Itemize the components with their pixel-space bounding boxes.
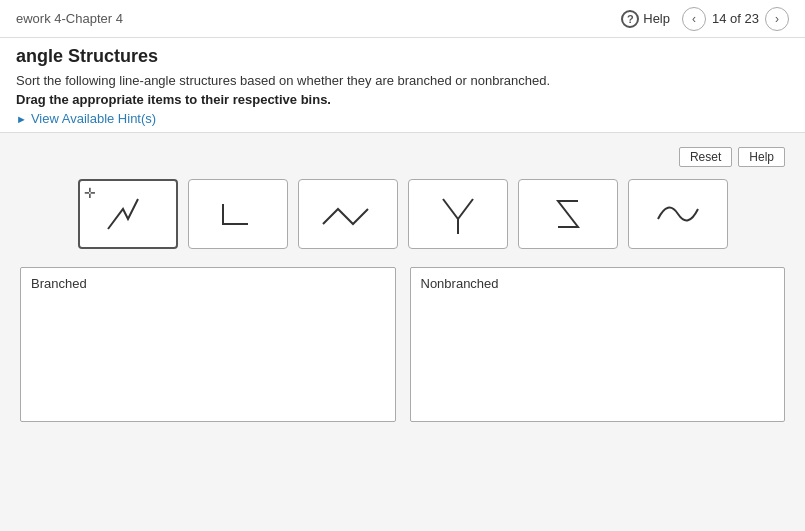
hint-label: View Available Hint(s) [31,111,156,126]
shape-L [203,189,273,239]
drag-item-2[interactable] [188,179,288,249]
top-bar-right: ? Help ‹ 14 of 23 › [621,7,789,31]
breadcrumb-area: ework 4-Chapter 4 [16,11,123,26]
help-circle-icon: ? [621,10,639,28]
drag-item-6[interactable] [628,179,728,249]
help-button[interactable]: ? Help [621,10,670,28]
reset-button[interactable]: Reset [679,147,732,167]
reset-help-row: Reset Help [20,147,785,167]
branched-bin[interactable]: Branched [20,267,396,422]
move-cursor-icon: ✛ [84,185,96,201]
instruction1: Sort the following line-angle structures… [16,73,789,88]
drag-item-1[interactable]: ✛ [78,179,178,249]
shape-Z [533,189,603,239]
nonbranched-bin[interactable]: Nonbranched [410,267,786,422]
breadcrumb: ework 4-Chapter 4 [16,11,123,26]
nav-controls: ‹ 14 of 23 › [682,7,789,31]
page-info: 14 of 23 [712,11,759,26]
help-toolbar-button[interactable]: Help [738,147,785,167]
shape-Y [423,189,493,239]
main-content: Reset Help ✛ [0,133,805,531]
help-label: Help [643,11,670,26]
page-title: angle Structures [16,46,789,67]
branched-bin-label: Branched [31,276,385,291]
prev-button[interactable]: ‹ [682,7,706,31]
shape-wave [313,189,383,239]
svg-line-1 [443,199,458,219]
top-bar: ework 4-Chapter 4 ? Help ‹ 14 of 23 › [0,0,805,38]
shape-branched-zigzag [93,189,163,239]
bins-row: Branched Nonbranched [20,267,785,422]
page-header: angle Structures Sort the following line… [0,38,805,133]
next-button[interactable]: › [765,7,789,31]
hint-link[interactable]: ► View Available Hint(s) [16,111,789,126]
shape-curve [643,189,713,239]
drag-item-4[interactable] [408,179,508,249]
drag-item-3[interactable] [298,179,398,249]
instruction2: Drag the appropriate items to their resp… [16,92,789,107]
drag-item-5[interactable] [518,179,618,249]
hint-arrow-icon: ► [16,113,27,125]
svg-line-2 [458,199,473,219]
items-row: ✛ [20,179,785,249]
nonbranched-bin-label: Nonbranched [421,276,775,291]
